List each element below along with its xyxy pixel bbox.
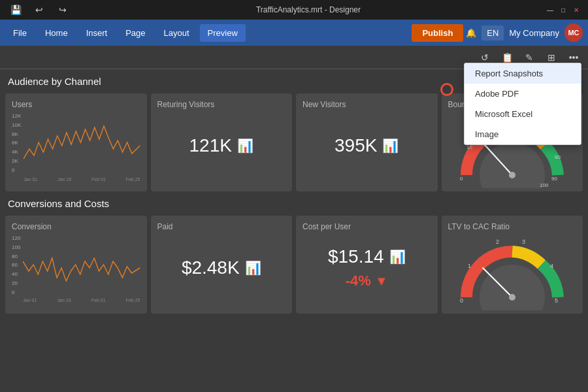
conversions-grid: Conversion 120 100 80 60 40 20 0 Jan 0 bbox=[5, 216, 583, 314]
menu-layout[interactable]: Layout bbox=[156, 24, 197, 42]
language-selector[interactable]: EN bbox=[482, 25, 504, 41]
paid-title: Paid bbox=[157, 222, 286, 231]
svg-text:10: 10 bbox=[466, 144, 472, 150]
paid-card: Paid $2.48K 📊 bbox=[151, 216, 293, 314]
svg-text:3: 3 bbox=[522, 238, 525, 245]
ltv-cac-card: LTV to CAC Ratio 0 1 2 3 4 bbox=[442, 216, 583, 314]
publish-button[interactable]: Publish bbox=[412, 24, 463, 42]
maximize-button[interactable]: □ bbox=[558, 5, 568, 15]
ltv-cac-title: LTV to CAC Ratio bbox=[448, 222, 577, 231]
menu-page[interactable]: Page bbox=[118, 24, 153, 42]
bar-chart-icon-3: 📊 bbox=[245, 260, 261, 276]
menu-insert[interactable]: Insert bbox=[78, 24, 116, 42]
redo-icon[interactable]: ↪ bbox=[54, 1, 72, 19]
bar-chart-icon-2: 📊 bbox=[382, 138, 399, 154]
svg-text:4: 4 bbox=[550, 263, 553, 269]
dropdown-microsoft-excel[interactable]: Microsoft Excel bbox=[465, 104, 581, 124]
menu-right: 🔔 EN My Company MC bbox=[466, 24, 583, 42]
cost-sub-value: -4% bbox=[346, 272, 371, 289]
bar-chart-icon-4: 📊 bbox=[389, 249, 406, 265]
svg-text:5: 5 bbox=[555, 297, 558, 304]
arrow-down-icon: ▼ bbox=[375, 274, 388, 289]
users-chart bbox=[24, 113, 140, 172]
menu-file[interactable]: File bbox=[5, 24, 35, 42]
new-visitors-value: 395K 📊 bbox=[335, 135, 399, 156]
dropdown-report-snapshots[interactable]: Report Snapshots bbox=[465, 63, 581, 84]
new-visitors-title: New Visitors bbox=[302, 100, 431, 109]
cost-per-user-value: $15.14 📊 bbox=[328, 246, 406, 267]
returning-visitors-title: Returing Visitors bbox=[157, 100, 286, 109]
svg-text:80: 80 bbox=[555, 154, 561, 160]
menu-preview[interactable]: Preview bbox=[200, 24, 246, 42]
cost-per-user-card: Cost per User $15.14 📊 -4% ▼ bbox=[296, 216, 438, 314]
company-avatar[interactable]: MC bbox=[564, 24, 583, 42]
title-bar-left: 💾 ↩ ↪ bbox=[7, 1, 72, 19]
conversion-card: Conversion 120 100 80 60 40 20 0 Jan 0 bbox=[5, 216, 147, 314]
svg-text:0: 0 bbox=[460, 176, 463, 182]
menu-bar: File Home Insert Page Layout Preview Pub… bbox=[0, 20, 588, 46]
undo-icon[interactable]: ↩ bbox=[30, 1, 48, 19]
close-button[interactable]: ✕ bbox=[571, 5, 581, 15]
save-icon[interactable]: 💾 bbox=[7, 1, 25, 19]
returning-visitors-value: 121K 📊 bbox=[189, 135, 253, 156]
users-card: Users 12K 10K 8K 6K 4K 2K 0 bbox=[5, 93, 147, 191]
title-bar: 💾 ↩ ↪ TrafficAnalytics.mrt - Designer — … bbox=[0, 0, 588, 20]
pointer-indicator bbox=[440, 83, 453, 96]
svg-point-14 bbox=[480, 265, 545, 310]
dropdown-image[interactable]: Image bbox=[465, 124, 581, 144]
company-name: My Company bbox=[509, 28, 559, 38]
conversion-chart bbox=[23, 235, 140, 294]
svg-text:100: 100 bbox=[540, 182, 549, 188]
cost-per-user-title: Cost per User bbox=[302, 222, 431, 231]
users-title: Users bbox=[12, 100, 140, 109]
bell-icon[interactable]: 🔔 bbox=[466, 28, 476, 38]
menu-home[interactable]: Home bbox=[37, 24, 76, 42]
svg-text:2: 2 bbox=[496, 238, 499, 245]
conversion-title: Conversion bbox=[12, 222, 140, 231]
svg-text:90: 90 bbox=[551, 176, 557, 182]
svg-text:1: 1 bbox=[468, 263, 471, 269]
section-conversions: Conversions and Costs bbox=[5, 197, 583, 210]
returning-visitors-card: Returing Visitors 121K 📊 bbox=[151, 93, 293, 191]
ltv-cac-gauge: 0 1 2 3 4 5 bbox=[453, 232, 571, 310]
bar-chart-icon: 📊 bbox=[237, 138, 253, 154]
window-controls: — □ ✕ bbox=[545, 5, 581, 15]
new-visitors-card: New Visitors 395K 📊 bbox=[296, 93, 438, 191]
dropdown-adobe-pdf[interactable]: Adobe PDF bbox=[465, 84, 581, 104]
paid-value: $2.48K 📊 bbox=[182, 257, 261, 278]
svg-point-16 bbox=[509, 294, 515, 301]
window-title: TrafficAnalytics.mrt - Designer bbox=[72, 5, 545, 14]
dropdown-menu: Report Snapshots Adobe PDF Microsoft Exc… bbox=[464, 63, 581, 145]
svg-text:0: 0 bbox=[460, 297, 463, 304]
svg-point-2 bbox=[509, 172, 515, 178]
minimize-button[interactable]: — bbox=[545, 5, 555, 15]
